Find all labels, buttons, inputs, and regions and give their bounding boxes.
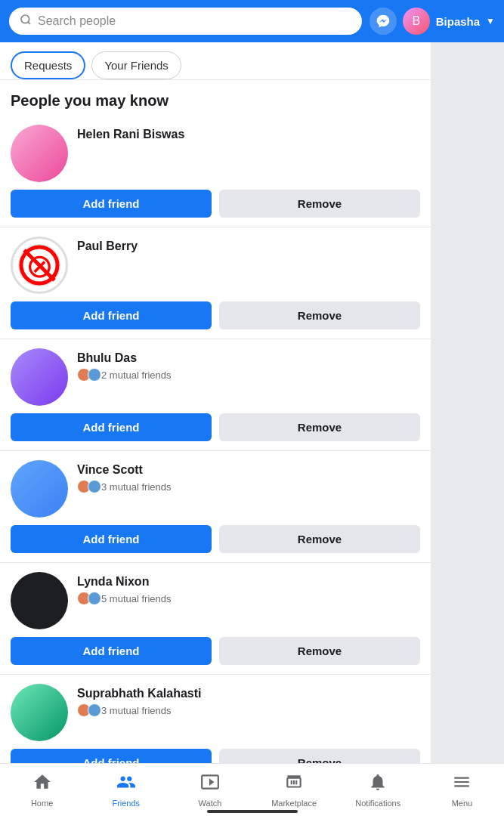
mutual-friends: 5 mutual friends <box>77 592 420 605</box>
person-info: Helen Rani Biswas <box>77 125 420 144</box>
person-actions: Add friend Remove <box>11 637 420 665</box>
remove-button[interactable]: Remove <box>219 301 420 329</box>
person-top: Lynda Nixon 5 mutual friends <box>11 572 420 629</box>
person-info: Paul Berry <box>77 236 420 256</box>
person-name: Vince Scott <box>77 463 420 477</box>
add-friend-button[interactable]: Add friend <box>11 413 212 441</box>
svg-line-3 <box>24 250 54 280</box>
header: Search people B Bipasha ▼ <box>0 0 504 42</box>
mutual-avatar-small-2 <box>88 592 101 605</box>
nav-item-notifications[interactable]: Notifications <box>336 766 420 814</box>
person-avatar <box>11 125 68 182</box>
home-icon <box>32 772 52 796</box>
tabs-bar: Requests Your Friends <box>0 42 431 80</box>
nav-item-friends[interactable]: Friends <box>84 766 168 814</box>
person-avatar <box>11 684 68 741</box>
svg-point-0 <box>21 15 29 23</box>
person-actions: Add friend Remove <box>11 413 420 441</box>
person-avatar <box>11 572 68 629</box>
person-name: Lynda Nixon <box>77 575 420 589</box>
main-content: Requests Your Friends People you may kno… <box>0 42 431 816</box>
mutual-avatar-small-2 <box>88 480 101 493</box>
svg-point-4 <box>21 247 57 283</box>
menu-icon <box>452 772 472 796</box>
person-info: Suprabhath Kalahasti 3 mutual friends <box>77 684 420 717</box>
mutual-friends-text: 5 mutual friends <box>101 593 172 604</box>
mutual-avatar-small-2 <box>88 703 101 717</box>
add-friend-button[interactable]: Add friend <box>11 190 212 218</box>
mutual-avatar-small-2 <box>88 368 101 382</box>
marketplace-icon <box>284 772 304 796</box>
user-avatar[interactable]: B <box>403 8 430 35</box>
person-top: Helen Rani Biswas <box>11 125 420 182</box>
remove-button[interactable]: Remove <box>219 190 420 218</box>
person-info: Vince Scott 3 mutual friends <box>77 460 420 493</box>
tab-requests[interactable]: Requests <box>11 51 85 79</box>
nav-label-friends: Friends <box>112 799 140 808</box>
chevron-down-icon[interactable]: ▼ <box>486 16 495 26</box>
mutual-friends: 2 mutual friends <box>77 368 420 382</box>
person-name: Paul Berry <box>77 240 420 253</box>
mutual-friends-text: 2 mutual friends <box>101 369 172 381</box>
person-top: Paul Berry <box>11 236 420 294</box>
home-indicator <box>207 810 298 813</box>
person-top: Vince Scott 3 mutual friends <box>11 460 420 518</box>
mutual-friends-text: 3 mutual friends <box>101 481 172 493</box>
header-right: B Bipasha ▼ <box>369 8 495 35</box>
person-info: Bhulu Das 2 mutual friends <box>77 348 420 382</box>
nav-label-marketplace: Marketplace <box>271 799 317 808</box>
search-icon <box>20 14 32 29</box>
person-info: Lynda Nixon 5 mutual friends <box>77 572 420 605</box>
person-avatar <box>11 236 68 294</box>
bottom-nav: Home Friends Watch Marketplace <box>0 763 504 816</box>
person-avatar <box>11 348 68 406</box>
add-friend-button[interactable]: Add friend <box>11 637 212 665</box>
add-friend-button[interactable]: Add friend <box>11 525 212 553</box>
add-friend-button[interactable]: Add friend <box>11 301 212 329</box>
notifications-icon <box>368 772 388 796</box>
person-name: Bhulu Das <box>77 351 420 365</box>
nav-label-notifications: Notifications <box>355 799 400 808</box>
person-actions: Add friend Remove <box>11 301 420 329</box>
person-top: Suprabhath Kalahasti 3 mutual friends <box>11 684 420 741</box>
nav-item-watch[interactable]: Watch <box>168 766 252 814</box>
user-name: Bipasha <box>436 15 480 28</box>
nav-item-home[interactable]: Home <box>0 766 84 814</box>
watch-icon <box>200 772 220 796</box>
tab-your-friends[interactable]: Your Friends <box>91 51 181 79</box>
mutual-friends: 3 mutual friends <box>77 480 420 493</box>
friends-icon <box>116 772 136 796</box>
person-top: Bhulu Das 2 mutual friends <box>11 348 420 406</box>
people-list: Helen Rani Biswas Add friend Remove Paul… <box>0 116 431 816</box>
search-placeholder: Search people <box>38 14 116 28</box>
nav-item-marketplace[interactable]: Marketplace <box>252 766 336 814</box>
svg-line-1 <box>28 22 30 24</box>
person-card: Vince Scott 3 mutual friends Add friend … <box>0 451 431 563</box>
remove-button[interactable]: Remove <box>219 637 420 665</box>
search-bar[interactable]: Search people <box>9 8 362 35</box>
person-actions: Add friend Remove <box>11 525 420 553</box>
nav-label-home: Home <box>31 799 53 808</box>
person-card: Lynda Nixon 5 mutual friends Add friend … <box>0 563 431 675</box>
person-name: Suprabhath Kalahasti <box>77 687 420 700</box>
nav-label-watch: Watch <box>199 799 222 808</box>
nav-item-menu[interactable]: Menu <box>420 766 504 814</box>
person-avatar <box>11 460 68 518</box>
messenger-button[interactable] <box>369 8 397 35</box>
section-title: People you may know <box>0 80 431 116</box>
nav-label-menu: Menu <box>452 799 473 808</box>
person-card: Helen Rani Biswas Add friend Remove <box>0 116 431 227</box>
remove-button[interactable]: Remove <box>219 525 420 553</box>
mutual-friends: 3 mutual friends <box>77 703 420 717</box>
person-name: Helen Rani Biswas <box>77 128 420 141</box>
person-actions: Add friend Remove <box>11 190 420 218</box>
person-card: Paul Berry Add friend Remove <box>0 227 431 339</box>
mutual-friends-text: 3 mutual friends <box>101 705 172 716</box>
remove-button[interactable]: Remove <box>219 413 420 441</box>
person-card: Bhulu Das 2 mutual friends Add friend Re… <box>0 339 431 451</box>
